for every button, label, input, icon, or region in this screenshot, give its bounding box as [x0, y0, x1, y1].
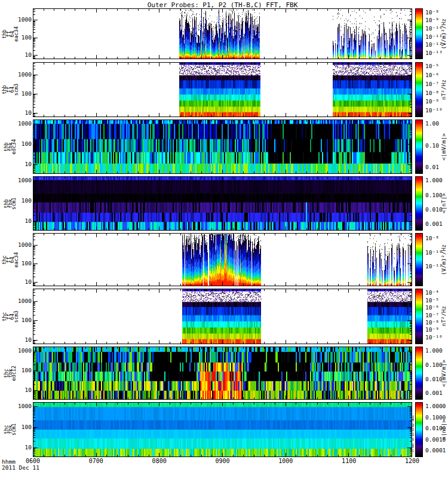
time-tick-label: 1000: [272, 458, 299, 464]
y-tick-label: 10: [12, 110, 32, 116]
colorbar-unit-thc-ff-64-scm3: nT²/Hz: [438, 289, 448, 344]
y-tick-label: 1000: [12, 242, 32, 248]
time-tick-label: 0600: [20, 458, 46, 464]
y-tick-label: 10: [12, 218, 32, 224]
colorbar-thb-fbk-edc34: [415, 120, 423, 174]
time-tick-label: 0800: [146, 458, 173, 464]
y-tick-label: 100: [12, 91, 32, 97]
y-tick-label: 1000: [12, 298, 32, 304]
spectrogram-thc-ff-64-eac34[interactable]: [33, 233, 412, 286]
y-axis-label-thc-ff-64-eac34: thcff64eac34: [1, 233, 19, 286]
colorbar-unit-text: <|nT|>: [440, 419, 447, 440]
colorbar-thb-fbk-scm1: [415, 176, 423, 231]
y-tick-label: 1000: [12, 403, 32, 409]
y-tick-label: 10: [12, 279, 32, 285]
spectrogram-thb-ff-64-eac34[interactable]: [33, 8, 412, 59]
spectrogram-thb-ff-64-scm3[interactable]: [33, 62, 412, 117]
y-tick-label: 10: [12, 445, 32, 451]
y-tick-label: 10: [12, 387, 32, 393]
colorbar-unit-thc-fbk-scm1: <|nT|>: [438, 402, 448, 457]
colorbar-unit-thb-ff-64-scm3: nT²/Hz: [438, 62, 448, 117]
spectrogram-thc-ff-64-scm3[interactable]: [33, 289, 412, 344]
colorbar-thb-ff-64-scm3: [415, 62, 423, 117]
colorbar-thc-ff-64-eac34: [415, 233, 423, 286]
y-tick-label: 100: [12, 424, 32, 430]
panel-thc-fbk-scm1: thcfbkscm11000100101.00000.10000.01000.0…: [0, 402, 448, 457]
colorbar-unit-thb-fbk-scm1: <|nT|>: [438, 176, 448, 231]
panel-thc-ff-64-scm3: thcff64scm310001001010⁻⁴10⁻⁵10⁻⁶10⁻⁷10⁻⁸…: [0, 289, 448, 344]
colorbar-thc-ff-64-scm3: [415, 289, 423, 344]
y-tick-label: 10: [12, 161, 32, 167]
y-tick-label: 100: [12, 317, 32, 323]
colorbar-thc-fbk-scm1: [415, 402, 423, 457]
y-axis-label-thb-ff-64-eac34: thbff64eac34: [1, 8, 19, 59]
spectrogram-thc-fbk-scm1[interactable]: [33, 402, 412, 457]
time-axis-date-label: 2011 Dec 11: [2, 464, 39, 471]
y-tick-label: 1000: [12, 72, 32, 78]
spectrogram-thc-fbk-edc12[interactable]: [33, 347, 412, 400]
colorbar-unit-text: nT²/Hz: [440, 306, 447, 326]
creation-stamp-text: Sun Dec 11 12:14:02 2011: [410, 415, 416, 452]
y-tick-label: 1000: [12, 348, 32, 354]
colorbar-thc-fbk-edc12: [415, 347, 423, 400]
y-tick-label: 100: [12, 141, 32, 147]
colorbar-unit-thb-ff-64-eac34: (V/m)²/Hz: [438, 8, 448, 59]
spectrogram-thb-fbk-edc34[interactable]: [33, 120, 412, 174]
time-tick-label: 1100: [336, 458, 362, 464]
panel-thb-ff-64-scm3: thbff64scm310001001010⁻⁵10⁻⁶10⁻⁷10⁻⁸10⁻⁹…: [0, 62, 448, 117]
colorbar-unit-text: <|mV/m|>: [440, 133, 447, 161]
y-tick-label: 100: [12, 35, 32, 41]
y-tick-label: 1000: [12, 121, 32, 127]
colorbar-unit-text: (V/m)²/Hz: [440, 19, 447, 49]
y-axis-label-thb-ff-64-scm3: thbff64scm3: [1, 62, 19, 117]
colorbar-unit-thb-fbk-edc34: <|mV/m|>: [438, 120, 448, 174]
panel-thb-ff-64-eac34: thbff64eac3410001001010⁻⁸10⁻⁹10⁻¹⁰10⁻¹¹1…: [0, 8, 448, 59]
y-tick-label: 1000: [12, 177, 32, 183]
colorbar-unit-text: nT²/Hz: [440, 79, 447, 100]
time-tick-label: 0700: [83, 458, 109, 464]
y-tick-label: 100: [12, 261, 32, 266]
panel-thb-fbk-edc34: thbfbkedc341000100101.000.100.01<|mV/m|>: [0, 120, 448, 174]
panel-thc-fbk-edc12: thcfbkedc121000100101.0000.1000.0100.001…: [0, 347, 448, 400]
y-tick-label: 100: [12, 367, 32, 373]
y-tick-label: 1000: [12, 17, 32, 23]
colorbar-unit-text: <|mV/m|>: [440, 360, 447, 387]
y-tick-label: 10: [12, 337, 32, 343]
colorbar-unit-text: (V/m)²/Hz: [440, 244, 447, 275]
panel-thc-ff-64-eac34: thcff64eac3410001001010⁻⁸10⁻¹⁰10⁻¹²(V/m)…: [0, 233, 448, 286]
figure-root: Outer Probes: P1, P2 (TH-B,C) FFT, FBK t…: [0, 0, 448, 478]
time-tick-label: 0900: [210, 458, 236, 464]
colorbar-unit-thc-fbk-edc12: <|mV/m|>: [438, 347, 448, 400]
panel-thb-fbk-scm1: thbfbkscm11000100101.0000.1000.0100.001<…: [0, 176, 448, 231]
spectrogram-thb-fbk-scm1[interactable]: [33, 176, 412, 231]
colorbar-unit-thc-ff-64-eac34: (V/m)²/Hz: [438, 233, 448, 286]
colorbar-thb-ff-64-eac34: [415, 8, 423, 59]
time-tick-label: 1200: [399, 458, 425, 464]
creation-stamp: Sun Dec 11 12:14:02 2011: [410, 415, 416, 452]
y-tick-label: 100: [12, 198, 32, 204]
colorbar-unit-text: <|nT|>: [440, 193, 447, 213]
y-axis-label-thc-ff-64-scm3: thcff64scm3: [1, 289, 19, 344]
y-tick-label: 10: [12, 52, 32, 58]
